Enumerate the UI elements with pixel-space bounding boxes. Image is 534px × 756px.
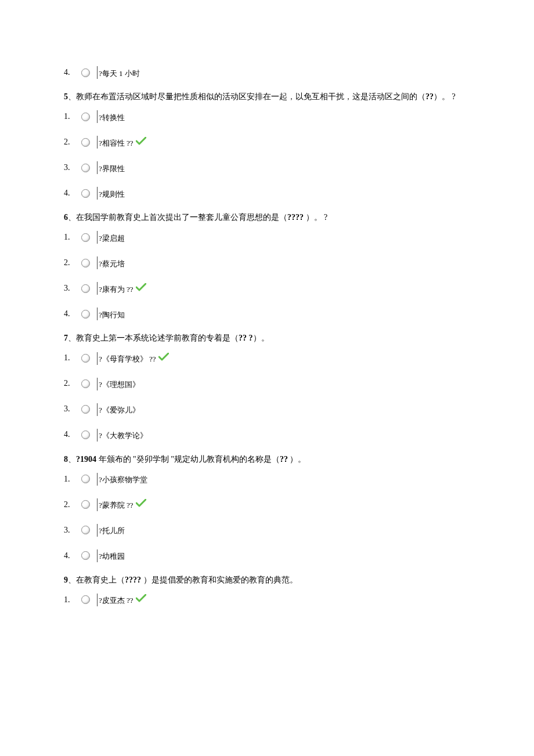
option-text: ?《母育学校》 ?? <box>99 352 156 364</box>
option-number: 3. <box>64 162 79 173</box>
question-text-b: ???? <box>287 213 304 222</box>
option-row[interactable]: 3. ?托儿所 <box>64 524 470 537</box>
radio-icon[interactable] <box>81 551 90 560</box>
cursor-bar-icon <box>97 136 98 149</box>
question-7-stem: 7、教育史上第一本系统论述学前教育的专着是（ ?? ?）。 <box>64 333 470 343</box>
question-7-options: 1. ?《母育学校》 ?? 2. ?《理想国》 3. ?《爱弥儿》 4. ?《大… <box>64 352 470 442</box>
question-text-a: 在教育史上（ <box>76 576 125 584</box>
question-9-options: 1. ?皮亚杰 ?? <box>64 594 470 606</box>
cursor-bar-icon <box>97 549 98 562</box>
radio-icon[interactable] <box>81 526 90 534</box>
option-row[interactable]: 4. ?幼稚园 <box>64 549 470 562</box>
question-separator: 、 <box>68 576 76 584</box>
cursor-bar-icon <box>97 524 98 537</box>
radio-icon[interactable] <box>81 595 90 604</box>
option-number: 4. <box>64 188 79 198</box>
option-row[interactable]: 2. ?蒙养院 ?? <box>64 498 470 511</box>
option-row[interactable]: 1. ?小孩察物学堂 <box>64 473 470 486</box>
question-text-a: 教育史上第一本系统论述学前教育的专着是（ <box>76 334 239 342</box>
cursor-bar-icon <box>97 231 98 244</box>
question-text-b: ???? <box>125 576 141 584</box>
option-row[interactable]: 1. ?转换性 <box>64 110 470 123</box>
option-number: 4. <box>64 551 79 561</box>
question-text-c: ）。 ? <box>434 92 456 101</box>
option-row[interactable]: 4. ?规则性 <box>64 187 470 200</box>
option-text: ?规则性 <box>99 187 125 200</box>
option-number: 1. <box>64 232 79 243</box>
cursor-bar-icon <box>97 594 98 606</box>
radio-icon[interactable] <box>81 113 90 121</box>
cursor-bar-icon <box>97 498 98 511</box>
question-number: 7 <box>64 334 68 342</box>
radio-icon[interactable] <box>81 500 90 509</box>
option-number: 4. <box>64 67 79 78</box>
cursor-bar-icon <box>97 308 98 320</box>
cursor-bar-icon <box>97 110 98 123</box>
checkmark-icon <box>158 353 169 364</box>
option-text: ?《爱弥儿》 <box>99 403 140 415</box>
option-text: ?小孩察物学堂 <box>99 473 147 485</box>
option-number: 2. <box>64 137 79 147</box>
question-text-b: ?? <box>425 92 434 101</box>
question-separator: 、 <box>68 92 76 101</box>
option-text: ?转换性 <box>99 111 125 123</box>
option-number: 1. <box>64 353 79 363</box>
option-number: 1. <box>64 474 79 484</box>
radio-icon[interactable] <box>81 68 90 77</box>
question-number: 5 <box>64 92 68 101</box>
option-row[interactable]: 4. ?每天 1 小时 <box>64 66 470 79</box>
radio-icon[interactable] <box>81 379 90 388</box>
option-text: ?界限性 <box>99 162 125 174</box>
cursor-bar-icon <box>97 378 98 390</box>
question-text-b: ?? <box>280 455 288 464</box>
option-row[interactable]: 1. ?皮亚杰 ?? <box>64 594 470 606</box>
option-number: 2. <box>64 378 79 389</box>
radio-icon[interactable] <box>81 233 90 242</box>
question-text-c: ）。 <box>253 334 269 342</box>
option-number: 3. <box>64 404 79 414</box>
option-number: 2. <box>64 258 79 268</box>
option-row[interactable]: 1. ?梁启超 <box>64 231 470 244</box>
option-number: 4. <box>64 429 79 440</box>
option-text: ?蒙养院 ?? <box>99 498 134 511</box>
radio-icon[interactable] <box>81 475 90 483</box>
question-5-options: 1. ?转换性 2. ?相容性 ?? 3. ?界限性 4. ?规则性 <box>64 110 470 200</box>
option-row[interactable]: 2. ?蔡元培 <box>64 256 470 269</box>
question-separator: 、 <box>68 213 76 222</box>
radio-icon[interactable] <box>81 284 90 293</box>
cursor-bar-icon <box>97 187 98 200</box>
radio-icon[interactable] <box>81 164 90 172</box>
question-number: 6 <box>64 213 68 222</box>
question-9-stem: 9、在教育史上（ ???? ）是提倡爱的教育和实施爱的教育的典范。 <box>64 575 470 585</box>
checkmark-icon <box>136 499 146 510</box>
cursor-bar-icon <box>97 66 98 79</box>
option-row[interactable]: 2. ?相容性 ?? <box>64 136 470 149</box>
radio-icon[interactable] <box>81 431 90 439</box>
question-text-a: 在我国学前教育史上首次提出了一整套儿童公育思想的是（ <box>76 213 287 222</box>
option-text: ?幼稚园 <box>99 549 125 562</box>
option-text: ?梁启超 <box>99 231 125 244</box>
question-text-c: ）。 ? <box>304 213 327 222</box>
radio-icon[interactable] <box>81 354 90 363</box>
option-text: ?《大教学论》 <box>99 429 147 441</box>
option-row[interactable]: 3. ?《爱弥儿》 <box>64 403 470 416</box>
option-text: ?陶行知 <box>99 308 125 320</box>
question-number: 9 <box>64 576 68 584</box>
option-row[interactable]: 4. ?陶行知 <box>64 308 470 320</box>
question-separator: 、 <box>68 455 76 464</box>
option-row[interactable]: 2. ?《理想国》 <box>64 378 470 390</box>
radio-icon[interactable] <box>81 405 90 414</box>
radio-icon[interactable] <box>81 310 90 319</box>
radio-icon[interactable] <box>81 189 90 198</box>
option-row[interactable]: 1. ?《母育学校》 ?? <box>64 352 470 365</box>
option-row[interactable]: 3. ?康有为 ?? <box>64 282 470 295</box>
option-text: ?蔡元培 <box>99 257 125 269</box>
radio-icon[interactable] <box>81 259 90 267</box>
radio-icon[interactable] <box>81 138 90 147</box>
option-row[interactable]: 3. ?界限性 <box>64 161 470 174</box>
question-text-a: 年颁布的 "癸卯学制 "规定幼儿教育机构的名称是（ <box>96 455 280 464</box>
option-text: ?康有为 ?? <box>99 283 134 295</box>
option-row[interactable]: 4. ?《大教学论》 <box>64 429 470 442</box>
question-text-b: ?? ? <box>239 334 253 342</box>
cursor-bar-icon <box>97 161 98 174</box>
